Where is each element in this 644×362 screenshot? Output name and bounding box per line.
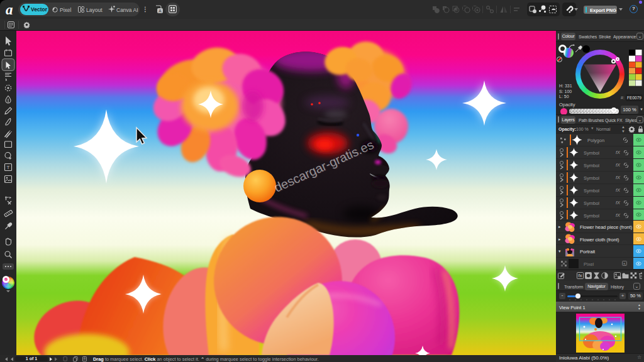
svg-text:A: A <box>158 9 162 13</box>
svg-text:fx: fx <box>579 273 582 278</box>
svg-text:T: T <box>7 165 10 170</box>
